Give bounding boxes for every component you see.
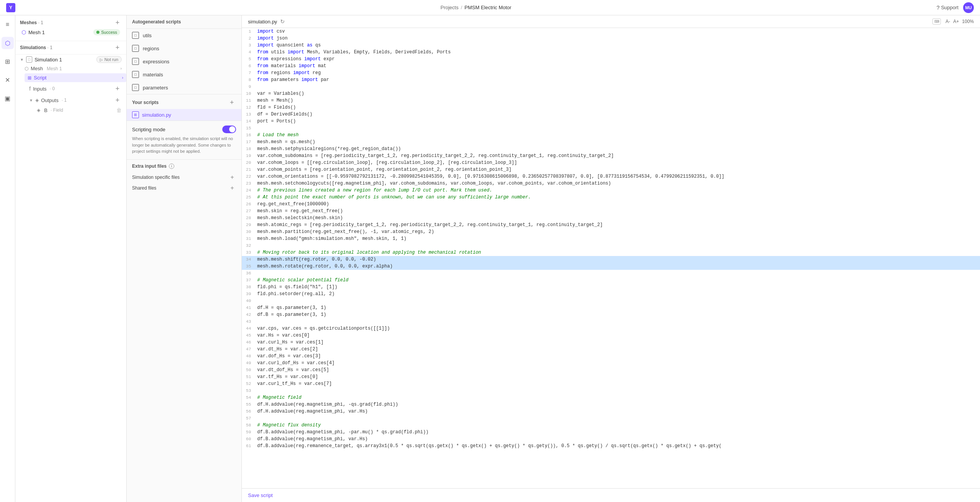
code-line: 19var.cohom_subdomains = [reg.periodicit… [242, 152, 980, 159]
line-content: from utils import Mesh, Variables, Empty… [256, 49, 980, 56]
line-number: 14 [242, 118, 256, 125]
line-number: 42 [242, 311, 256, 318]
sidebar-sim-icon[interactable]: ✕ [2, 74, 14, 86]
add-input-button[interactable]: + [113, 84, 122, 93]
line-number: 18 [242, 145, 256, 152]
line-number: 19 [242, 152, 256, 159]
save-script-button[interactable]: Save script [248, 492, 273, 498]
field-row[interactable]: ◈ B · Field 🗑 [25, 106, 126, 114]
add-mesh-button[interactable]: + [113, 18, 122, 27]
line-number: 52 [242, 380, 256, 387]
add-simulation-button[interactable]: + [113, 43, 122, 52]
user-avatar[interactable]: MU [963, 2, 974, 13]
scripting-mode-toggle[interactable] [222, 126, 236, 133]
line-content: df.B = qs.parameter(3, 1) [256, 311, 980, 318]
line-number: 2 [242, 35, 256, 42]
increase-font-button[interactable]: A+ [953, 19, 959, 24]
sidebar-menu-icon[interactable]: ≡ [2, 18, 14, 31]
line-number: 55 [242, 401, 256, 408]
scripting-mode-row: Scripting mode [132, 126, 236, 133]
chevron-down-icon: ▼ [20, 58, 24, 62]
code-editor[interactable]: 1import csv2import json3import quanscien… [242, 28, 980, 488]
sidebar-nodes-icon[interactable]: ⊞ [2, 55, 14, 68]
shared-files-row[interactable]: Shared files + [132, 183, 236, 193]
line-content [256, 125, 980, 132]
nav-parameters[interactable]: □ parameters [127, 81, 241, 94]
line-content [256, 318, 980, 325]
code-line: 49var.curl_dof_Hs = var.ces[4] [242, 360, 980, 367]
code-line: 52var.curl_tf_Hs = var.ces[7] [242, 380, 980, 387]
projects-link[interactable]: Projects [440, 5, 458, 10]
line-number: 53 [242, 387, 256, 394]
code-line: 32 [242, 242, 980, 249]
scripting-mode-description: When scripting is enabled, the simulatio… [132, 135, 236, 155]
delete-field-icon[interactable]: 🗑 [116, 107, 122, 113]
nav-materials[interactable]: □ materials [127, 68, 241, 81]
sidebar-mesh-icon[interactable]: ⬡ [2, 37, 14, 49]
code-line: 3import quanscient as qs [242, 42, 980, 49]
simulation-1-row[interactable]: ▼ □ Simulation 1 ▷ Not run [15, 54, 126, 64]
script-row[interactable]: ⊞ Script › [25, 73, 126, 82]
line-number: 44 [242, 325, 256, 332]
refresh-icon[interactable]: ↻ [280, 18, 285, 25]
line-number: 26 [242, 201, 256, 208]
line-number: 4 [242, 49, 256, 56]
mesh-child-left: ⬡ Mesh Mesh 1 [25, 66, 62, 71]
line-number: 27 [242, 208, 256, 215]
keyboard-icon[interactable]: ⌨ [932, 18, 941, 25]
code-line: 44var.cps, var.ces = qs.getcirculationpo… [242, 325, 980, 332]
line-content: var.cohom_loops = [[reg.circulation_loop… [256, 159, 980, 166]
simulations-title: Simulations · 1 [20, 45, 53, 50]
code-line: 37# Magnetic scalar potential field [242, 277, 980, 284]
outputs-chevron: ▼ [29, 98, 33, 102]
script-file-item[interactable]: ⊞ simulation.py [127, 109, 241, 121]
line-number: 56 [242, 408, 256, 415]
nav-expressions[interactable]: □ expressions [127, 55, 241, 68]
info-icon[interactable]: i [169, 163, 174, 169]
code-line: 29mesh.atomic_regs = [reg.periodicity_ta… [242, 221, 980, 228]
success-dot [96, 31, 99, 34]
code-line: 26reg.get_next_free(1000000) [242, 201, 980, 208]
inputs-row[interactable]: f Inputs · 0 + [25, 83, 126, 94]
nav-utils[interactable]: □ utils [127, 29, 241, 42]
code-panel: simulation.py ↻ ⌨ A- A+ 100% 1import csv… [242, 15, 980, 502]
line-number: 1 [242, 28, 256, 35]
code-line: 46var.curl_Hs = var.ces[1] [242, 339, 980, 346]
line-number: 28 [242, 215, 256, 221]
line-content: var.dof_Hs = var.ces[3] [256, 353, 980, 360]
sim-specific-files-row[interactable]: Simulation specific files + [132, 172, 236, 183]
add-script-button[interactable]: + [228, 98, 236, 107]
line-content: var.cps, var.ces = qs.getcirculationport… [256, 325, 980, 332]
line-content: var.Hs = var.ces[0] [256, 332, 980, 339]
add-sim-specific-file-button[interactable]: + [228, 173, 236, 181]
breadcrumb-separator: / [461, 5, 462, 10]
line-content: mesh.mesh.shift(reg.rotor, 0.0, 0.0, -0.… [256, 256, 980, 263]
nav-regions[interactable]: □ regions [127, 42, 241, 55]
line-content: var = Variables() [256, 90, 980, 97]
line-content: import csv [256, 28, 980, 35]
line-number: 45 [242, 332, 256, 339]
support-button[interactable]: ? Support [937, 5, 959, 11]
mesh-name: ⬡ Mesh 1 [21, 29, 45, 35]
line-number: 12 [242, 104, 256, 111]
expressions-icon: □ [132, 58, 139, 65]
question-icon: ? [937, 5, 940, 11]
mesh-item: ⬡ Mesh 1 Success [20, 27, 122, 38]
line-content: mesh.atomic_regs = [reg.periodicity_targ… [256, 221, 980, 228]
scripting-mode-label: Scripting mode [132, 127, 165, 132]
code-line: 17mesh.mesh = qs.mesh() [242, 139, 980, 145]
line-content: import json [256, 35, 980, 42]
sidebar-output-icon[interactable]: ▣ [2, 92, 14, 104]
app-logo[interactable]: Y [6, 3, 15, 12]
mesh-status-badge: Success [93, 29, 120, 35]
mesh-child-row[interactable]: ⬡ Mesh Mesh 1 › [25, 64, 126, 73]
add-shared-file-button[interactable]: + [228, 184, 236, 192]
line-content: # At this point the exact number of port… [256, 194, 980, 201]
regions-icon: □ [132, 45, 139, 52]
simulation-status-badge: ▷ Not run [96, 56, 122, 63]
outputs-row[interactable]: ▼ ◈ Outputs · 1 + [25, 94, 126, 106]
add-output-button[interactable]: + [113, 96, 122, 104]
line-content: mesh.mesh.setchomologycuts([reg.magnetis… [256, 180, 980, 187]
font-controls: A- A+ 100% [945, 19, 974, 24]
decrease-font-button[interactable]: A- [945, 19, 950, 24]
